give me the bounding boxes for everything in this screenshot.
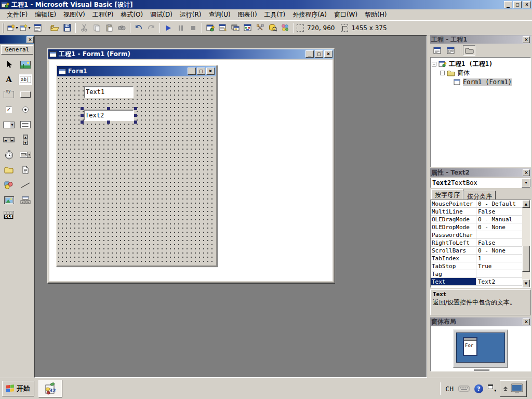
- open-project-button[interactable]: [49, 22, 60, 34]
- add-form-dropdown-icon[interactable]: ▾: [28, 25, 30, 30]
- designer-maximize-button[interactable]: □: [315, 50, 323, 58]
- textbox-text2-selection[interactable]: Text2: [82, 109, 136, 122]
- menu-item[interactable]: 格式(O): [117, 9, 147, 21]
- textbox-text1[interactable]: Text1: [84, 86, 134, 98]
- toolbox-close-icon[interactable]: ×: [26, 36, 34, 43]
- menu-item[interactable]: 编辑(E): [31, 9, 60, 21]
- property-name[interactable]: RightToLeft: [431, 239, 476, 246]
- view-code-button[interactable]: [431, 45, 444, 56]
- property-value[interactable]: False: [476, 239, 522, 246]
- close-button[interactable]: ×: [523, 1, 531, 8]
- property-value[interactable]: [476, 231, 522, 238]
- property-row[interactable]: MultiLine False: [431, 208, 522, 216]
- property-name[interactable]: Text: [431, 278, 476, 285]
- toolbox-tab-general[interactable]: General: [1, 45, 33, 55]
- restore-button[interactable]: □: [513, 1, 522, 8]
- resize-handle-s[interactable]: [107, 121, 110, 124]
- menu-item[interactable]: 文件(F): [3, 9, 31, 21]
- undo-button[interactable]: [133, 22, 144, 34]
- view-object-button[interactable]: [445, 45, 457, 56]
- resize-handle-nw[interactable]: [81, 107, 84, 110]
- property-name[interactable]: TabIndex: [431, 255, 476, 262]
- tab-alphabetic[interactable]: 按字母序: [431, 189, 463, 200]
- tool-optionbutton[interactable]: [19, 104, 32, 115]
- toolbox-button[interactable]: [255, 22, 266, 34]
- vb-form-window[interactable]: Form1 _ □ × Text1 Text2: [56, 65, 217, 267]
- tool-timer[interactable]: [2, 149, 16, 161]
- property-row[interactable]: TabStop True: [431, 262, 522, 270]
- resize-handle-sw[interactable]: [81, 121, 84, 124]
- vb-form-close-button[interactable]: ×: [206, 68, 215, 75]
- vb-form-grid[interactable]: Text1 Text2: [58, 77, 215, 264]
- scroll-thumb[interactable]: [522, 246, 530, 272]
- resize-handle-se[interactable]: [134, 121, 137, 124]
- start-button-run[interactable]: [163, 22, 174, 34]
- property-row[interactable]: MousePointer 0 - Default: [431, 200, 522, 208]
- property-grid-scrollbar[interactable]: ▲ ▼: [522, 200, 530, 287]
- property-row[interactable]: PasswordChar: [431, 231, 522, 239]
- property-row[interactable]: OLEDragMode 0 - Manual: [431, 216, 522, 223]
- designer-close-button[interactable]: ×: [324, 50, 332, 58]
- mini-form[interactable]: For: [463, 337, 477, 356]
- tool-shape[interactable]: [2, 179, 16, 191]
- tool-dirlistbox[interactable]: [2, 164, 16, 176]
- vb-form-titlebar[interactable]: Form1 _ □ ×: [57, 66, 216, 76]
- property-name[interactable]: ScrollBars: [431, 247, 476, 254]
- property-value[interactable]: 0 - None: [476, 247, 522, 254]
- tool-line[interactable]: [19, 179, 32, 191]
- property-row[interactable]: Text Text2: [431, 278, 522, 286]
- tool-ole[interactable]: OLE: [2, 209, 16, 221]
- property-name[interactable]: Tag: [431, 270, 476, 277]
- tool-combobox[interactable]: [2, 119, 16, 130]
- vb-form-minimize-button[interactable]: _: [188, 68, 196, 75]
- property-value[interactable]: 0 - Manual: [476, 216, 522, 223]
- project-explorer-button[interactable]: [205, 22, 216, 34]
- tool-drivelistbox[interactable]: [19, 149, 32, 161]
- toolbar-grip[interactable]: [3, 23, 4, 33]
- tool-frame[interactable]: xy: [2, 89, 16, 100]
- resize-handle-e[interactable]: [134, 114, 137, 117]
- start-button[interactable]: 开始: [2, 381, 34, 396]
- tool-pointer[interactable]: [2, 59, 16, 70]
- resize-handle-ne[interactable]: [134, 107, 137, 110]
- keyboard-icon[interactable]: [458, 385, 470, 392]
- property-value[interactable]: False: [476, 208, 522, 215]
- find-button[interactable]: [116, 22, 127, 34]
- property-row[interactable]: OLEDropMode 0 - None: [431, 223, 522, 231]
- property-row[interactable]: TabIndex 1: [431, 255, 522, 262]
- tool-textbox[interactable]: ab|: [19, 74, 32, 85]
- add-project-dropdown-icon[interactable]: ▾: [16, 25, 18, 30]
- redo-button[interactable]: [145, 22, 157, 34]
- menu-item[interactable]: 工程(P): [89, 9, 117, 21]
- display-tray-icon[interactable]: [511, 383, 523, 394]
- tool-filelistbox[interactable]: [19, 164, 32, 176]
- scroll-up-icon[interactable]: ▲: [522, 200, 530, 208]
- designer-titlebar[interactable]: 工程1 - Form1 (Form) _ □ ×: [48, 49, 334, 59]
- object-selector[interactable]: Text2 TextBox ▼: [430, 178, 531, 188]
- tool-hscrollbar[interactable]: ◄►: [2, 134, 16, 145]
- property-row[interactable]: ScrollBars 0 - None: [431, 247, 522, 255]
- toggle-folders-button[interactable]: [463, 45, 475, 56]
- textbox-text2[interactable]: Text2: [84, 110, 134, 121]
- property-value[interactable]: 0 - Default: [476, 200, 522, 207]
- menu-item[interactable]: 运行(R): [176, 9, 205, 21]
- project-titlebar[interactable]: 工程 - 工程1 ×: [430, 35, 531, 44]
- property-name[interactable]: PasswordChar: [431, 231, 476, 238]
- property-name[interactable]: TabStop: [431, 262, 476, 270]
- tab-categorized[interactable]: 按分类序: [463, 191, 496, 200]
- tree-node-forms-folder[interactable]: − 窗体: [432, 69, 529, 77]
- properties-close-icon[interactable]: ×: [523, 169, 530, 176]
- add-form-button[interactable]: ▾: [19, 22, 31, 34]
- property-value[interactable]: 1: [476, 255, 522, 262]
- tool-image[interactable]: [2, 194, 16, 206]
- property-value[interactable]: [476, 270, 522, 277]
- tool-vscrollbar[interactable]: ▲▼: [19, 134, 32, 145]
- form-layout-window-button[interactable]: [230, 22, 241, 34]
- tree-node-form1[interactable]: Form1 (Form1): [432, 77, 529, 86]
- menu-item[interactable]: 图表(I): [234, 9, 261, 21]
- tray-window-icon[interactable]: ▾: [488, 384, 495, 393]
- save-project-button[interactable]: [61, 22, 73, 34]
- tree-label-forms[interactable]: 窗体: [457, 69, 470, 77]
- end-button[interactable]: [188, 22, 199, 34]
- menu-item[interactable]: 帮助(H): [361, 9, 390, 21]
